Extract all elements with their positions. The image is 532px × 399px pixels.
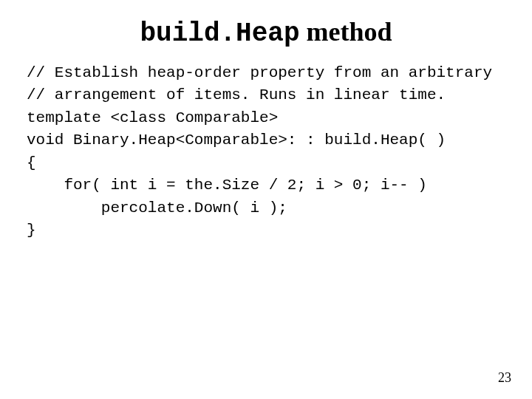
title-serif: method [300,17,392,47]
code-line-7: percolate.Down( i ); [27,200,287,216]
slide-title: build.Heap method [0,0,532,62]
title-mono: build.Heap [140,18,299,49]
page-number: 23 [498,370,511,386]
code-block: // Establish heap-order property from an… [0,62,532,242]
code-line-2: // arrangement of items. Runs in linear … [27,86,446,103]
code-line-1: // Establish heap-order property from an… [27,64,492,81]
code-line-6: for( int i = the.Size / 2; i > 0; i-- ) [27,177,427,194]
code-line-3: template <class Comparable> [27,109,278,126]
code-line-4: void Binary.Heap<Comparable>: : build.He… [27,132,446,149]
slide: build.Heap method // Establish heap-orde… [0,0,532,399]
code-line-5: { [27,154,36,171]
code-line-8: } [27,222,36,239]
